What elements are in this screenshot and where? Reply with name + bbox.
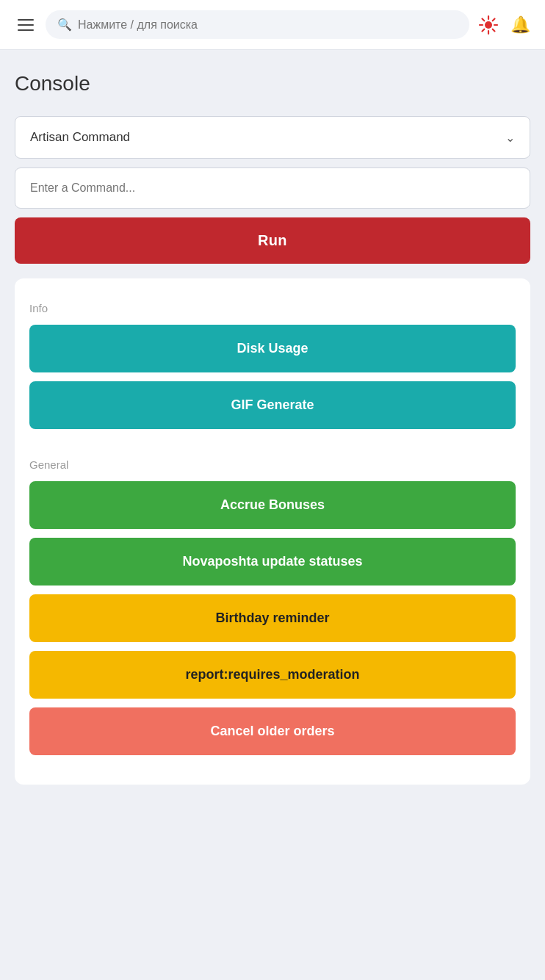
artisan-command-dropdown[interactable]: Artisan Command ⌄ — [15, 116, 530, 159]
nav-icons: 🔔 — [478, 15, 530, 35]
theme-icon[interactable] — [478, 15, 499, 35]
top-navigation: 🔍 🔔 — [0, 0, 545, 50]
run-button[interactable]: Run — [15, 217, 530, 264]
search-input[interactable] — [78, 18, 458, 32]
chevron-down-icon: ⌄ — [505, 131, 515, 145]
svg-line-5 — [483, 18, 485, 21]
artisan-dropdown-label: Artisan Command — [30, 130, 130, 145]
general-section-label: General — [29, 458, 516, 471]
search-icon: 🔍 — [57, 18, 72, 32]
command-input[interactable] — [15, 167, 530, 209]
novaposhta-update-button[interactable]: Novaposhta update statuses — [29, 538, 516, 586]
commands-card: Info Disk Usage GIF Generate General Acc… — [15, 278, 530, 785]
main-content: Console Artisan Command ⌄ Run Info Disk … — [0, 50, 545, 799]
birthday-reminder-button[interactable]: Birthday reminder — [29, 594, 516, 642]
svg-line-7 — [493, 18, 495, 21]
info-section-label: Info — [29, 302, 516, 314]
svg-point-0 — [485, 21, 492, 29]
notification-bell-icon[interactable]: 🔔 — [510, 15, 530, 35]
search-bar[interactable]: 🔍 — [46, 10, 469, 39]
hamburger-menu-icon[interactable] — [15, 16, 37, 34]
gif-generate-button[interactable]: GIF Generate — [29, 381, 516, 429]
cancel-older-orders-button[interactable]: Cancel older orders — [29, 707, 516, 755]
page-title: Console — [15, 72, 530, 96]
svg-line-6 — [493, 29, 495, 31]
report-requires-moderation-button[interactable]: report:requires_moderation — [29, 651, 516, 699]
svg-line-8 — [483, 29, 485, 31]
disk-usage-button[interactable]: Disk Usage — [29, 325, 516, 372]
accrue-bonuses-button[interactable]: Accrue Bonuses — [29, 481, 516, 529]
